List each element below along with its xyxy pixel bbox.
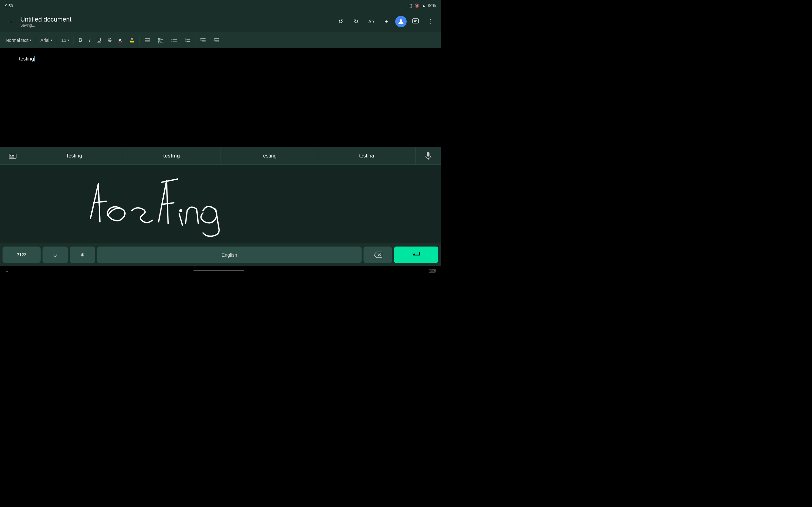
bold-button[interactable]: B bbox=[75, 34, 85, 46]
suggestion-item-3[interactable]: testina bbox=[318, 147, 416, 165]
title-actions: ↺ ↻ Aↄ + ⋮ bbox=[334, 15, 437, 28]
align-icon bbox=[144, 37, 151, 43]
divider-3 bbox=[73, 36, 74, 45]
enter-button[interactable] bbox=[394, 246, 438, 263]
keyboard-toggle-button[interactable]: ⌨ bbox=[428, 268, 436, 274]
text-cursor bbox=[34, 56, 35, 61]
document-area[interactable]: testing bbox=[0, 48, 441, 143]
mute-icon: 🔇 bbox=[415, 3, 419, 8]
space-label: English bbox=[221, 252, 237, 258]
document-info: Untitled document Saving... bbox=[20, 16, 331, 27]
bullet-list-icon bbox=[171, 37, 177, 43]
format-bar: Normal text ▾ Arial ▾ 11 ▾ B I U S A bbox=[0, 32, 441, 48]
divider-5 bbox=[195, 36, 195, 45]
divider-2 bbox=[57, 36, 57, 45]
text-color-label: A bbox=[118, 38, 121, 43]
document-title: Untitled document bbox=[20, 16, 331, 23]
time-display: 9:50 bbox=[5, 3, 13, 8]
svg-rect-1 bbox=[413, 19, 418, 23]
keyboard-toggle-icon[interactable] bbox=[0, 147, 26, 165]
symbols-button[interactable]: ?123 bbox=[3, 246, 41, 263]
suggestion-item-2[interactable]: resting bbox=[220, 147, 318, 165]
add-button[interactable]: + bbox=[380, 15, 393, 28]
suggestions-bar: Testing testing resting testina bbox=[0, 147, 441, 165]
indent-icon bbox=[200, 37, 206, 43]
delete-icon bbox=[373, 251, 382, 258]
text-color-button[interactable]: A bbox=[115, 34, 125, 46]
text-style-dropdown[interactable]: Normal text ▾ bbox=[3, 34, 35, 46]
enter-icon bbox=[412, 251, 420, 258]
text-size-button[interactable]: Aↄ bbox=[365, 15, 377, 28]
cast-icon: ⬚ bbox=[409, 3, 412, 8]
svg-point-12 bbox=[171, 39, 172, 40]
globe-icon: ⊕ bbox=[81, 252, 85, 258]
svg-rect-31 bbox=[427, 152, 429, 157]
strikethrough-button[interactable]: S bbox=[105, 34, 115, 46]
bottom-row: ?123 ☺ ⊕ English bbox=[0, 243, 441, 266]
svg-rect-27 bbox=[10, 155, 11, 156]
language-button[interactable]: ⊕ bbox=[70, 246, 95, 263]
home-indicator: ⌄ ⌨ bbox=[0, 266, 441, 275]
font-family-dropdown[interactable]: Arial ▾ bbox=[38, 34, 55, 46]
chevron-down-button[interactable]: ⌄ bbox=[5, 268, 9, 273]
space-button[interactable]: English bbox=[97, 246, 362, 263]
back-button[interactable]: ← bbox=[4, 15, 16, 28]
svg-rect-10 bbox=[158, 41, 160, 43]
svg-rect-28 bbox=[12, 155, 13, 156]
align-button[interactable] bbox=[141, 34, 154, 46]
svg-point-0 bbox=[400, 19, 402, 22]
handwriting-area[interactable] bbox=[0, 165, 441, 243]
wifi-icon: ▲ bbox=[422, 3, 426, 8]
text-style-chevron: ▾ bbox=[30, 38, 32, 42]
title-bar: ← Untitled document Saving... ↺ ↻ Aↄ + ⋮ bbox=[0, 11, 441, 32]
keyboard-container: Testing testing resting testina bbox=[0, 147, 441, 275]
checklist-button[interactable] bbox=[154, 34, 167, 46]
undo-button[interactable]: ↺ bbox=[334, 15, 347, 28]
underline-button[interactable]: U bbox=[94, 34, 104, 46]
size-chevron: ▾ bbox=[67, 38, 69, 42]
emoji-icon: ☺ bbox=[53, 252, 57, 258]
checklist-icon bbox=[158, 37, 164, 43]
document-status: Saving... bbox=[20, 23, 331, 27]
font-size-dropdown[interactable]: 11 ▾ bbox=[58, 34, 72, 46]
divider-4 bbox=[140, 36, 140, 45]
svg-rect-4 bbox=[130, 41, 134, 43]
status-left: 9:50 bbox=[5, 3, 13, 8]
divider-1 bbox=[36, 36, 36, 45]
avatar-button[interactable] bbox=[395, 16, 407, 27]
svg-rect-30 bbox=[10, 157, 14, 158]
handwriting-svg bbox=[0, 165, 441, 243]
highlight-icon bbox=[129, 37, 135, 43]
suggestion-item-1[interactable]: testing bbox=[123, 147, 221, 165]
redo-button[interactable]: ↻ bbox=[350, 15, 362, 28]
bullet-list-button[interactable] bbox=[168, 34, 181, 46]
comments-button[interactable] bbox=[409, 15, 422, 28]
svg-rect-26 bbox=[9, 154, 16, 158]
font-chevron: ▾ bbox=[51, 38, 52, 42]
outdent-icon bbox=[213, 37, 219, 43]
svg-text:1.: 1. bbox=[185, 38, 187, 40]
italic-button[interactable]: I bbox=[86, 34, 94, 46]
home-bar bbox=[194, 270, 244, 271]
battery-indicator: 90% bbox=[428, 3, 436, 8]
status-right: ⬚ 🔇 ▲ 90% bbox=[409, 3, 436, 8]
font-family-label: Arial bbox=[41, 38, 49, 43]
svg-text:2.: 2. bbox=[185, 40, 187, 43]
suggestion-item-0[interactable]: Testing bbox=[26, 147, 123, 165]
microphone-button[interactable] bbox=[415, 147, 441, 165]
status-bar: 9:50 ⬚ 🔇 ▲ 90% bbox=[0, 0, 441, 11]
highlight-button[interactable] bbox=[125, 34, 138, 46]
indent-button[interactable] bbox=[197, 34, 209, 46]
emoji-button[interactable]: ☺ bbox=[43, 246, 68, 263]
document-content: testing bbox=[19, 56, 34, 61]
font-size-label: 11 bbox=[61, 38, 67, 43]
numbered-list-button[interactable]: 1. 2. bbox=[181, 34, 194, 46]
svg-point-33 bbox=[179, 209, 183, 212]
svg-rect-29 bbox=[13, 155, 14, 156]
more-button[interactable]: ⋮ bbox=[424, 15, 437, 28]
text-style-label: Normal text bbox=[6, 38, 29, 43]
numbered-list-icon: 1. 2. bbox=[184, 37, 191, 43]
delete-button[interactable] bbox=[363, 246, 392, 263]
outdent-button[interactable] bbox=[210, 34, 223, 46]
svg-point-14 bbox=[171, 41, 172, 42]
